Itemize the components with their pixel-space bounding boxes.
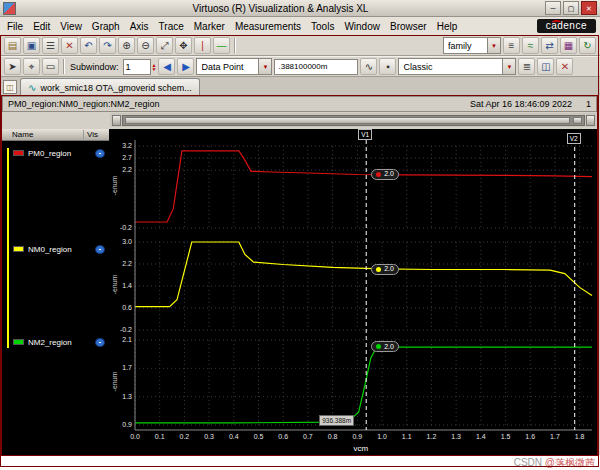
marker-value-badge-NM0_region[interactable]: 2.0 <box>371 264 399 275</box>
legend-row-nm0_region[interactable]: NM0_region <box>13 244 105 254</box>
menu-item-trace[interactable]: Trace <box>154 20 189 33</box>
graph-header: PM0_region:NM0_region:NM2_region Sat Apr… <box>2 96 597 112</box>
combo-arrow-icon[interactable]: ▼ <box>487 38 500 53</box>
overview-track[interactable] <box>122 115 585 126</box>
detach-tab-icon[interactable]: ◫ <box>3 80 17 94</box>
trace-label: NM2_region <box>28 338 72 347</box>
main-toolbar-right-icons: ≡≈⇄▦↻ <box>503 37 596 54</box>
pan-icon[interactable]: ✥ <box>175 37 192 54</box>
overview-right-knob[interactable] <box>573 117 582 124</box>
vertical-marker-icon[interactable]: | <box>194 37 211 54</box>
menu-item-window[interactable]: Window <box>339 20 385 33</box>
trace-NM2_region[interactable] <box>135 347 592 423</box>
overview-scrollbar[interactable] <box>110 113 597 127</box>
y-tick-label: -0.2 <box>109 224 132 231</box>
menu-item-help[interactable]: Help <box>432 20 463 33</box>
trace-color-swatch[interactable] <box>13 150 24 156</box>
strips-mode-icon[interactable]: ≡ <box>503 37 520 54</box>
waveform-canvas[interactable] <box>109 129 598 455</box>
zoom-in-icon[interactable]: ⊕ <box>118 37 135 54</box>
style-combo[interactable]: Classic ▼ <box>398 58 516 75</box>
graph-title: PM0_region:NM0_region:NM2_region <box>8 99 160 109</box>
visibility-eye-icon[interactable] <box>95 149 105 158</box>
menu-item-tools[interactable]: Tools <box>306 20 339 33</box>
new-strip-icon[interactable]: ≣ <box>518 58 535 75</box>
x-tick-label: 0.8 <box>323 433 343 440</box>
minimize-button[interactable]: ─ <box>545 1 561 15</box>
legend-row-nm2_region[interactable]: NM2_region <box>13 337 105 347</box>
y-tick-label: 0.9 <box>109 421 132 428</box>
zoom-fit-icon[interactable]: ⤢ <box>156 37 173 54</box>
spinner-arrows-icon[interactable]: ▲▼ <box>152 63 157 71</box>
maximize-button[interactable]: ▢ <box>563 1 579 15</box>
legend-name-column-header[interactable]: Name <box>4 130 83 139</box>
print-icon[interactable]: ☰ <box>42 37 59 54</box>
forward-icon[interactable]: ▶ <box>177 58 194 75</box>
visibility-eye-icon[interactable] <box>95 245 105 254</box>
trace-color-swatch[interactable] <box>13 246 24 252</box>
menu-item-axis[interactable]: Axis <box>125 20 154 33</box>
refresh-icon[interactable]: ↻ <box>579 37 596 54</box>
toolbar-separator <box>63 59 64 74</box>
waveform-plot-area[interactable]: 3.22.72.2-0.2-enum2.03.02.21.40.6-0.2-en… <box>109 129 598 455</box>
menu-item-file[interactable]: File <box>2 20 28 33</box>
subwindow-input[interactable] <box>123 59 151 75</box>
y-axis-label: -enum <box>111 364 118 398</box>
x-tick-label: 1.7 <box>545 433 565 440</box>
redo-icon[interactable]: ↷ <box>99 37 116 54</box>
subwindow-spinner[interactable]: ▲▼ <box>123 59 157 75</box>
x-tick-label: 0.5 <box>249 433 269 440</box>
trace-color-swatch[interactable] <box>13 339 24 345</box>
combo-arrow-icon[interactable]: ▼ <box>258 59 271 74</box>
point-value-field[interactable] <box>274 59 358 75</box>
overview-left-handle[interactable] <box>112 115 121 126</box>
trace-NM0_region[interactable] <box>135 242 592 307</box>
split-window-icon[interactable]: ◫ <box>537 58 554 75</box>
menu-item-browser[interactable]: Browser <box>385 20 432 33</box>
pointer-mode-icon[interactable]: ➤ <box>4 58 21 75</box>
zoom-region-icon[interactable]: ▭ <box>42 58 59 75</box>
marker-label-v1[interactable]: V1 <box>358 129 372 140</box>
trace-PM0_region[interactable] <box>135 151 592 222</box>
delete-icon[interactable]: ✕ <box>61 37 78 54</box>
menu-item-marker[interactable]: Marker <box>189 20 230 33</box>
mouse-mode-combo[interactable]: Data Point ▼ <box>196 58 272 75</box>
save-icon[interactable]: ▣ <box>23 37 40 54</box>
titlebar[interactable]: Virtuoso (R) Visualization & Analysis XL… <box>0 0 600 17</box>
family-combo[interactable]: family ▼ <box>443 37 501 54</box>
x-tick-label: 1.3 <box>446 433 466 440</box>
snap-toggle-icon[interactable]: ∿ <box>360 58 377 75</box>
badge-dot-icon <box>376 267 381 272</box>
menu-item-measurements[interactable]: Measurements <box>230 20 306 33</box>
visibility-eye-icon[interactable] <box>95 338 105 347</box>
table-icon[interactable]: ▦ <box>560 37 577 54</box>
mouse-mode-combo-value: Data Point <box>197 62 258 72</box>
legend-row-pm0_region[interactable]: PM0_region <box>13 148 105 158</box>
undo-icon[interactable]: ↶ <box>80 37 97 54</box>
menu-item-view[interactable]: View <box>55 20 87 33</box>
lock-icon[interactable]: ▪ <box>379 58 396 75</box>
y-tick-label: -0.2 <box>109 326 132 333</box>
crosshair-mode-icon[interactable]: ⌖ <box>23 58 40 75</box>
close-button[interactable]: ✕ <box>581 1 597 15</box>
x-tick-label: 0.3 <box>199 433 219 440</box>
menu-item-graph[interactable]: Graph <box>87 20 125 33</box>
x-tick-label: 1.2 <box>421 433 441 440</box>
overview-range-bar[interactable] <box>125 117 570 124</box>
overview-right-handle[interactable] <box>586 115 595 126</box>
overlay-mode-icon[interactable]: ≈ <box>522 37 539 54</box>
close-subwindow-icon[interactable]: ✕ <box>556 58 573 75</box>
combo-arrow-icon[interactable]: ▼ <box>502 59 515 74</box>
open-icon[interactable]: ▤ <box>4 37 21 54</box>
marker-value-badge-PM0_region[interactable]: 2.0 <box>371 169 399 180</box>
zoom-out-icon[interactable]: ⊖ <box>137 37 154 54</box>
x-tick-label: 0.1 <box>150 433 170 440</box>
marker-value-badge-NM2_region[interactable]: 2.0 <box>371 341 399 352</box>
menu-item-edit[interactable]: Edit <box>28 20 55 33</box>
tab-active[interactable]: ∿ work_smic18 OTA_gmoverid schem... <box>20 78 200 96</box>
swap-sweep-icon[interactable]: ⇄ <box>541 37 558 54</box>
legend-vis-column-header[interactable]: Vis <box>83 130 107 139</box>
marker-label-v2[interactable]: V2 <box>567 133 581 144</box>
back-icon[interactable]: ◀ <box>158 58 175 75</box>
horizontal-marker-icon[interactable]: — <box>213 37 230 54</box>
